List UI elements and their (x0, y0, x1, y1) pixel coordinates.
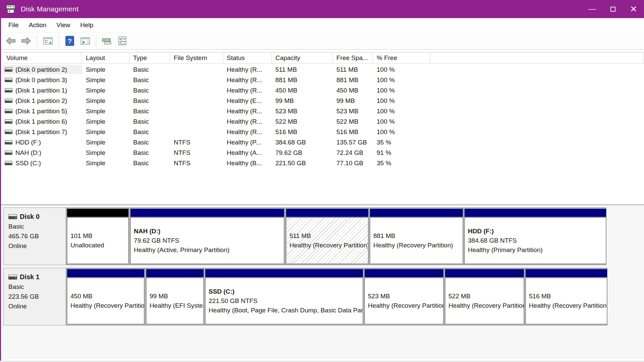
volume-list: Volume Layout Type File System Status Ca… (0, 52, 644, 204)
table-row[interactable]: (Disk 1 partition 5) Simple Basic Health… (0, 106, 644, 116)
partition-block-ssd-c[interactable]: SSD (C:) 221.50 GB NTFS Healthy (Boot, P… (205, 269, 363, 324)
partition-color-bar (526, 269, 607, 277)
console-tree-icon[interactable] (42, 35, 54, 47)
table-row[interactable]: (Disk 1 partition 2) Simple Basic Health… (0, 96, 644, 106)
disk-icon (8, 214, 17, 219)
window-title: Disk Management (21, 5, 78, 13)
minimize-button[interactable]: — (582, 0, 602, 18)
table-row[interactable]: NAH (D:) Simple Basic NTFS Healthy (A...… (0, 147, 644, 158)
properties-icon[interactable] (116, 35, 128, 47)
column-header-capacity[interactable]: Capacity (272, 52, 333, 64)
menu-file[interactable]: File (3, 21, 24, 29)
partition-block-recovery-selected[interactable]: 511 MB Healthy (Recovery Partition) (286, 209, 368, 264)
partition-color-bar (205, 269, 363, 277)
partition-block-nah-d[interactable]: NAH (D:) 79.62 GB NTFS Healthy (Active, … (130, 209, 284, 264)
partition-color-bar (286, 209, 368, 217)
toolbar-separator (96, 36, 96, 46)
table-row[interactable]: (Disk 1 partition 1) Simple Basic Health… (0, 85, 644, 96)
partition-block-recovery[interactable]: 881 MB Healthy (Recovery Partition) (370, 209, 463, 264)
disk-1-label-panel[interactable]: Disk 1 Basic 223.56 GB Online (3, 268, 66, 325)
disk-name: Disk 1 (20, 272, 40, 282)
volume-icon (5, 99, 12, 103)
volume-icon (5, 109, 12, 113)
toolbar-separator (37, 36, 37, 46)
partition-block-unallocated[interactable]: 101 MB Unallocated (67, 209, 128, 264)
disk-0-band: Disk 0 Basic 465.76 GB Online 101 MB Una… (3, 207, 644, 265)
table-row[interactable]: (Disk 1 partition 7) Simple Basic Health… (0, 127, 644, 137)
maximize-icon (610, 7, 615, 12)
column-header-file-system[interactable]: File System (170, 52, 223, 64)
volume-name: (Disk 1 partition 6) (15, 118, 67, 125)
column-header-pct-free[interactable]: % Free (373, 52, 430, 64)
partition-block-recovery[interactable]: 516 MB Healthy (Recovery Partition) (526, 269, 607, 324)
disk-status: Online (8, 301, 66, 311)
disk-0-label-panel[interactable]: Disk 0 Basic 465.76 GB Online (3, 207, 66, 265)
disk-size: 465.76 GB (8, 231, 66, 241)
svg-text:?: ? (68, 38, 72, 45)
disk-status: Online (8, 241, 66, 251)
graphical-view: Disk 0 Basic 465.76 GB Online 101 MB Una… (0, 205, 644, 359)
menu-help[interactable]: Help (75, 21, 98, 29)
partition-color-bar (445, 269, 524, 277)
window-border-bottom (0, 361, 644, 362)
disk-icon (8, 275, 17, 280)
disk-icon[interactable] (101, 35, 113, 47)
menu-action[interactable]: Action (24, 21, 52, 29)
window-controls: — ✕ (582, 0, 644, 18)
table-row[interactable]: SSD (C:) Simple Basic NTFS Healthy (B...… (0, 158, 644, 168)
disk-name: Disk 0 (20, 212, 40, 222)
volume-icon (5, 119, 12, 124)
volume-list-header: Volume Layout Type File System Status Ca… (0, 52, 644, 63)
partition-block-recovery[interactable]: 523 MB Healthy (Recovery Partition) (365, 269, 443, 324)
help-icon[interactable]: ? (64, 35, 76, 47)
table-row[interactable]: (Disk 0 partition 2) Simple Basic Health… (0, 64, 644, 75)
partition-block-recovery[interactable]: 522 MB Healthy (Recovery Partition) (445, 269, 524, 324)
partition-block-recovery[interactable]: 450 MB Healthy (Recovery Partition) (67, 269, 144, 324)
partition-block-hdd-f[interactable]: HDD (F:) 384.68 GB NTFS Healthy (Primary… (465, 209, 606, 264)
volume-icon (5, 67, 12, 72)
partition-color-bar (130, 209, 284, 217)
disk-1-band: Disk 1 Basic 223.56 GB Online 450 MB Hea… (3, 268, 644, 325)
volume-name: NAH (D:) (15, 149, 41, 157)
menu-bar: File Action View Help (0, 18, 644, 33)
column-header-type[interactable]: Type (129, 52, 170, 64)
disk-type: Basic (8, 282, 66, 292)
table-row[interactable]: HDD (F:) Simple Basic NTFS Healthy (P...… (0, 137, 644, 147)
title-bar: Disk Management — ✕ (0, 0, 644, 18)
menu-view[interactable]: View (51, 21, 75, 29)
forward-icon[interactable] (20, 35, 32, 47)
column-header-free-space[interactable]: Free Spa... (333, 52, 373, 64)
column-header-status[interactable]: Status (223, 52, 272, 64)
maximize-button[interactable] (602, 0, 623, 18)
partition-color-bar (146, 269, 204, 277)
partition-block-efi[interactable]: 99 MB Healthy (EFI System Partition) (146, 269, 204, 324)
partition-color-bar (465, 209, 606, 217)
partition-color-bar (67, 209, 128, 217)
volume-name: HDD (F:) (15, 139, 41, 146)
volume-name: (Disk 1 partition 1) (15, 87, 67, 94)
column-header-filler (430, 52, 644, 64)
volume-name: (Disk 1 partition 5) (15, 108, 67, 115)
column-header-volume[interactable]: Volume (3, 52, 82, 64)
disk-type: Basic (8, 222, 66, 231)
volume-icon (5, 140, 12, 144)
partition-color-bar (370, 209, 463, 217)
action-pane-icon[interactable] (79, 35, 91, 47)
disk-management-app-icon (5, 4, 17, 14)
volume-name: (Disk 0 partition 2) (15, 66, 67, 73)
volume-name: SSD (C:) (15, 160, 41, 167)
volume-list-empty-area (0, 168, 644, 204)
table-row[interactable]: (Disk 0 partition 3) Simple Basic Health… (0, 75, 644, 85)
partition-color-bar (365, 269, 443, 277)
back-icon[interactable] (5, 35, 17, 47)
volume-name: (Disk 1 partition 7) (15, 128, 67, 136)
toolbar: ? (0, 33, 644, 50)
disk-size: 223.56 GB (8, 292, 66, 301)
disk-0-partition-strip: 101 MB Unallocated NAH (D:) 79.62 GB NTF… (66, 207, 606, 265)
column-header-layout[interactable]: Layout (82, 52, 129, 64)
volume-icon (5, 78, 12, 82)
table-row[interactable]: (Disk 1 partition 6) Simple Basic Health… (0, 116, 644, 127)
volume-icon (5, 88, 12, 93)
close-button[interactable]: ✕ (623, 0, 644, 18)
volume-name: (Disk 0 partition 3) (15, 76, 67, 84)
